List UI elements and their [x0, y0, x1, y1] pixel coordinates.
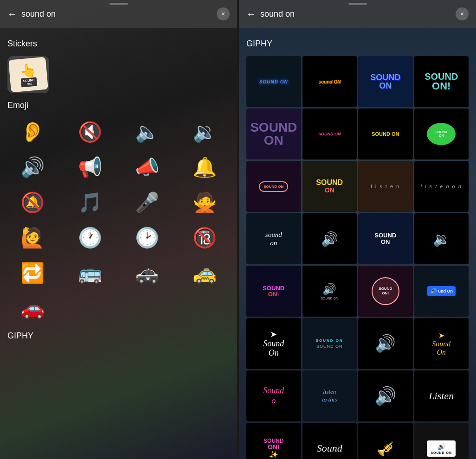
giphy-item-18[interactable]: 🔊 SOUND ON: [302, 266, 357, 317]
giphy-section-label: GIPHY: [7, 331, 230, 341]
giphy-gold-big-speaker: 🔊: [374, 386, 396, 406]
giphy-item-25[interactable]: Soundo: [246, 370, 301, 421]
giphy-text-12: l i s t e n o n: [421, 184, 462, 189]
giphy-gray-speaker: 🔉: [433, 231, 450, 247]
right-giphy-label: GIPHY: [246, 39, 469, 49]
emoji-person-gesturing-no[interactable]: 🙅: [180, 188, 230, 216]
emoji-police-car[interactable]: 🚓: [122, 259, 173, 287]
right-close-button[interactable]: ×: [456, 7, 469, 20]
giphy-text-13: soundon: [265, 230, 282, 247]
giphy-blue-btn: 🔊 und On: [427, 286, 456, 296]
emoji-microphone[interactable]: 🎤: [122, 188, 173, 216]
left-panel: ← × Stickers 👆 SOUNDON Emoji 👂 🔇 🔈 🔉 🔊 📢…: [0, 0, 237, 459]
stickers-section-label: Stickers: [7, 39, 230, 49]
emoji-person-raising-hand[interactable]: 🙋: [7, 223, 58, 251]
left-close-button[interactable]: ×: [217, 7, 230, 20]
emoji-red-car[interactable]: 🚗: [7, 294, 58, 322]
giphy-text-1: SOUND ON: [259, 79, 288, 84]
giphy-item-20[interactable]: 🔊 und On: [414, 266, 469, 317]
giphy-green-burst: SOUNDON: [427, 123, 456, 145]
giphy-item-6[interactable]: SOUND ON: [302, 108, 357, 159]
emoji-no-eighteen[interactable]: 🔞: [180, 223, 230, 251]
giphy-text-9: SOUND ON: [259, 181, 288, 192]
giphy-text-5: SOUNDON: [250, 121, 297, 147]
giphy-white-cursive-sound: Sound: [317, 442, 342, 454]
right-back-button[interactable]: ←: [246, 9, 256, 19]
giphy-item-13[interactable]: soundon: [246, 213, 301, 264]
emoji-bell[interactable]: 🔔: [180, 153, 230, 181]
giphy-listen-cursive: listento this: [322, 388, 337, 404]
emoji-section-label: Emoji: [7, 101, 230, 110]
giphy-item-11[interactable]: l i s t e n: [358, 161, 413, 212]
giphy-speaker-arrow: 🔊 SOUND ON: [321, 283, 338, 300]
emoji-clock-two[interactable]: 🕑: [122, 223, 173, 251]
giphy-item-32[interactable]: 🔊 SOUND ON: [414, 423, 469, 459]
giphy-item-22[interactable]: SOUND ON SOUND ON: [302, 318, 357, 369]
giphy-item-10[interactable]: SOUNDON: [302, 161, 357, 212]
giphy-listen-white: Listen: [429, 390, 454, 402]
emoji-taxi[interactable]: 🚕: [180, 259, 230, 287]
giphy-item-19[interactable]: SOUNDON!: [358, 266, 413, 317]
giphy-gold-speaker: 🔊: [375, 334, 396, 353]
left-search-input[interactable]: [21, 9, 212, 19]
giphy-item-2[interactable]: sound ON: [302, 56, 357, 107]
giphy-item-23[interactable]: 🔊: [358, 318, 413, 369]
giphy-text-2: sound ON: [318, 79, 341, 84]
giphy-pink-cursive: Soundo: [263, 386, 284, 406]
giphy-text-11: l i s t e n: [371, 184, 400, 189]
giphy-text-10: SOUNDON: [316, 179, 343, 194]
giphy-item-8[interactable]: SOUNDON: [414, 108, 469, 159]
giphy-item-31[interactable]: 🎺: [358, 423, 413, 459]
emoji-no-bell[interactable]: 🔕: [7, 188, 58, 216]
emoji-megaphone[interactable]: 📢: [65, 153, 115, 181]
giphy-item-24[interactable]: ➤ SoundOn: [414, 318, 469, 369]
giphy-text-7: SOUND ON: [372, 131, 399, 137]
giphy-item-9[interactable]: SOUND ON: [246, 161, 301, 212]
giphy-text-17: SOUND ON!: [263, 285, 284, 297]
giphy-item-3[interactable]: SOUNDON: [358, 56, 413, 107]
emoji-music[interactable]: 🎵: [65, 188, 115, 216]
giphy-pink-circle: SOUNDON!: [372, 277, 399, 305]
giphy-item-16[interactable]: 🔉: [414, 213, 469, 264]
giphy-grid: SOUND ON sound ON SOUNDON SOUND ON! SOUN…: [246, 56, 469, 459]
emoji-speaker-medium[interactable]: 🔉: [180, 118, 230, 146]
giphy-item-30[interactable]: Sound: [302, 423, 357, 459]
giphy-item-26[interactable]: listento this: [302, 370, 357, 421]
right-scroll-area[interactable]: GIPHY SOUND ON sound ON SOUNDON SOUND ON…: [239, 28, 476, 459]
giphy-text-3: SOUNDON: [370, 73, 400, 90]
emoji-repeat[interactable]: 🔁: [7, 259, 58, 287]
right-search-input[interactable]: [260, 9, 451, 19]
emoji-speaker-low[interactable]: 🔈: [122, 118, 173, 146]
giphy-white-box: 🔊 SOUND ON: [427, 440, 456, 457]
emoji-bus[interactable]: 🚌: [65, 259, 115, 287]
giphy-trumpet: 🎺: [377, 440, 394, 457]
sticker-sound-on[interactable]: 👆 SOUNDON: [7, 56, 49, 93]
giphy-text-15: SOUNDON: [374, 232, 396, 246]
emoji-clock-one[interactable]: 🕐: [65, 223, 115, 251]
emoji-loudspeaker[interactable]: 📣: [122, 153, 173, 181]
giphy-item-28[interactable]: Listen: [414, 370, 469, 421]
giphy-cursive-gold-arrow: ➤ SoundOn: [432, 331, 450, 356]
giphy-item-29[interactable]: SOUND ON! ✨: [246, 423, 301, 459]
giphy-speaker-icon: 🔊: [321, 231, 338, 247]
emoji-ear[interactable]: 👂: [7, 118, 58, 146]
left-back-button[interactable]: ←: [7, 9, 17, 19]
giphy-item-21[interactable]: ➤ SoundOn: [246, 318, 301, 369]
emoji-grid: 👂 🔇 🔈 🔉 🔊 📢 📣 🔔 🔕 🎵 🎤 🙅 🙋 🕐 🕑 🔞 🔁 🚌 🚓 🚕 …: [7, 118, 230, 322]
giphy-item-14[interactable]: 🔊: [302, 213, 357, 264]
giphy-item-27[interactable]: 🔊: [358, 370, 413, 421]
giphy-item-15[interactable]: SOUNDON: [358, 213, 413, 264]
emoji-speaker-high[interactable]: 🔊: [7, 153, 58, 181]
giphy-text-4: SOUND ON!: [425, 72, 458, 91]
giphy-item-7[interactable]: SOUND ON: [358, 108, 413, 159]
giphy-item-4[interactable]: SOUND ON!: [414, 56, 469, 107]
giphy-item-17[interactable]: SOUND ON!: [246, 266, 301, 317]
sticker-sound-on-graphic: 👆 SOUNDON: [8, 57, 48, 93]
sticker-text: SOUNDON: [21, 77, 37, 87]
emoji-muted[interactable]: 🔇: [65, 118, 115, 146]
giphy-item-1[interactable]: SOUND ON: [246, 56, 301, 107]
cursor-icon: 👆: [19, 62, 37, 78]
left-scroll-area[interactable]: Stickers 👆 SOUNDON Emoji 👂 🔇 🔈 🔉 🔊 📢 📣 🔔…: [0, 28, 237, 459]
giphy-item-5[interactable]: SOUNDON: [246, 108, 301, 159]
giphy-item-12[interactable]: l i s t e n o n: [414, 161, 469, 212]
